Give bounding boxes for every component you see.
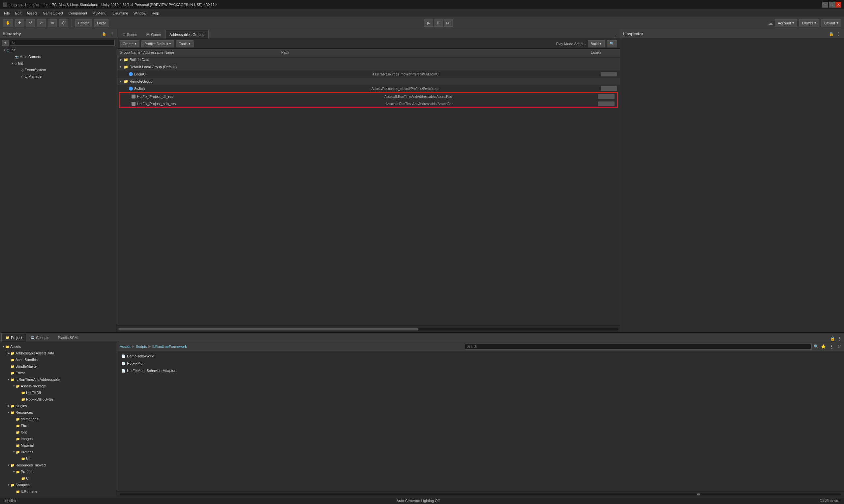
project-item-animations[interactable]: 📁 animations <box>0 416 117 422</box>
hierarchy-item-main-camera[interactable]: 📷 Main Camera <box>0 53 117 60</box>
hierarchy-item-uimanager[interactable]: ◇ UIManager <box>0 73 117 80</box>
account-dropdown[interactable]: Account ▾ <box>775 19 797 27</box>
project-item-plugins[interactable]: ▶ 📁 plugins <box>0 402 117 409</box>
transform-tool-button[interactable]: ⬡ <box>59 19 68 27</box>
project-item-addressable[interactable]: ▶ 📁 AddressableAssetsData <box>0 350 117 356</box>
menu-edit[interactable]: Edit <box>13 9 24 17</box>
tab-project[interactable]: 📁 Project <box>1 333 27 342</box>
project-item-rm-prefabs-ui[interactable]: 📁 UI <box>0 475 117 482</box>
breadcrumb-assets[interactable]: Assets <box>120 345 131 348</box>
options-icon[interactable]: ⋮ <box>828 344 834 349</box>
bottom-panel-menu-icon[interactable]: ⋮ <box>837 336 843 342</box>
project-item-assets-package[interactable]: ▾ 📁 AssetsPackage <box>0 383 117 389</box>
project-item-hotfixdlltobytes[interactable]: 📁 HotFixDllToBytes <box>0 396 117 402</box>
step-button[interactable]: ⏭ <box>444 19 453 27</box>
addr-group-builtin[interactable]: ▶ 📁 Built In Data <box>117 56 620 63</box>
tab-console[interactable]: 💻 Console <box>27 333 53 342</box>
layers-dropdown[interactable]: Layers ▾ <box>799 19 819 27</box>
addr-build-button[interactable]: Build ▾ <box>588 40 605 48</box>
horizontal-scrollbar[interactable] <box>117 325 620 332</box>
addr-tools-button[interactable]: Tools ▾ <box>176 40 193 48</box>
project-file-demohelloworld[interactable]: 📄 DemoHelloWorld <box>120 353 841 360</box>
addr-create-button[interactable]: Create ▾ <box>120 40 139 48</box>
rect-tool-button[interactable]: ▭ <box>48 19 57 27</box>
project-item-bundlemaster[interactable]: 📁 BundleMaster <box>0 363 117 370</box>
menu-assets[interactable]: Assets <box>24 9 40 17</box>
hierarchy-menu-icon[interactable]: ⋮ <box>110 32 114 36</box>
hierarchy-lock-icon[interactable]: 🔒 <box>102 32 106 36</box>
scroll-thumb[interactable] <box>118 328 418 330</box>
scale-tool-button[interactable]: ⤢ <box>37 19 46 27</box>
project-file-hotfixmgr[interactable]: 📄 HotFixMgr <box>120 360 841 367</box>
center-button[interactable]: Center <box>75 19 92 27</box>
hierarchy-add-button[interactable]: + <box>2 40 8 46</box>
project-item-label: ILRunTimeAndAddressable <box>16 378 60 381</box>
project-item-assets[interactable]: ▾ 📁 Assets <box>0 343 117 350</box>
star-icon[interactable]: ⭐ <box>821 344 827 349</box>
project-item-hotfixdll[interactable]: 📁 HotFixDll <box>0 389 117 396</box>
breadcrumb-ilruntimefw[interactable]: ILRuntimeFramework <box>152 345 187 348</box>
inspector-lock-icon[interactable]: 🔒 <box>828 31 834 37</box>
hierarchy-item-eventsystem[interactable]: ◇ EventSystem <box>0 67 117 73</box>
addr-profile-button[interactable]: Profile: Default ▾ <box>141 40 174 48</box>
inspector-menu-icon[interactable]: ⋮ <box>836 31 841 37</box>
size-slider-track[interactable] <box>120 493 841 496</box>
minimize-button[interactable]: ─ <box>822 2 828 7</box>
addr-item-hotfix-dll[interactable]: HotFix_Project_dll_res Assets/ILRunTimeA… <box>120 93 617 100</box>
hierarchy-item-init-obj[interactable]: ▾ ◇ Init <box>0 60 117 67</box>
project-item-resources-moved[interactable]: ▾ 📁 Resources_moved <box>0 462 117 468</box>
menu-file[interactable]: File <box>1 9 13 17</box>
hand-tool-button[interactable]: ✋ <box>3 19 13 27</box>
breadcrumb-scripts[interactable]: Scripts <box>136 345 147 348</box>
project-item-resources[interactable]: ▾ 📁 Resources <box>0 409 117 416</box>
scroll-track[interactable] <box>118 328 619 330</box>
project-item-samples-ilruntime[interactable]: 📁 ILRuntime <box>0 488 117 495</box>
hierarchy-toolbar: + <box>0 39 117 47</box>
menu-help[interactable]: Help <box>149 9 162 17</box>
project-item-assetbundles[interactable]: 📁 AssetBundles <box>0 356 117 363</box>
menu-mymenu[interactable]: MyMenu <box>90 9 109 17</box>
addr-search-button[interactable]: 🔍 <box>607 40 617 48</box>
menu-gameobject[interactable]: GameObject <box>40 9 66 17</box>
addr-group-default-local[interactable]: ▾ 📁 Default Local Group (Default) <box>117 63 620 71</box>
layout-dropdown[interactable]: Layout ▾ <box>821 19 841 27</box>
folder-icon: 📁 <box>11 358 15 362</box>
menu-ilruntime[interactable]: ILRuntime <box>109 9 131 17</box>
project-item-font[interactable]: 📁 font <box>0 429 117 435</box>
tab-options-icon[interactable]: ⋮ <box>611 34 619 38</box>
hierarchy-search-input[interactable] <box>10 40 115 46</box>
addr-item-switch[interactable]: Switch Assets/Resources_moved/Prefabs/Sw… <box>117 85 620 92</box>
size-slider-thumb[interactable] <box>697 493 700 496</box>
tab-plastic-scm[interactable]: Plastic SCM <box>54 333 82 342</box>
translate-tool-button[interactable]: ✚ <box>15 19 24 27</box>
project-item-rm-prefabs[interactable]: ▾ 📁 Prefabs <box>0 468 117 475</box>
project-item-images[interactable]: 📁 Images <box>0 435 117 442</box>
project-item-prefabs[interactable]: ▾ 📁 Prefabs <box>0 449 117 455</box>
addr-item-loginui[interactable]: LoginUI Assets/Resources_moved/Prefabs/U… <box>117 71 620 78</box>
local-button[interactable]: Local <box>94 19 108 27</box>
project-item-samples[interactable]: ▾ 📁 Samples <box>0 482 117 488</box>
project-item-material[interactable]: 📁 Material <box>0 442 117 449</box>
project-item-fbx[interactable]: 📁 Fbx <box>0 422 117 429</box>
project-file-hotfixmono[interactable]: 📄 HotFixMonoBehaviourAdapter <box>120 367 841 374</box>
project-item-prefabs-ui[interactable]: 📁 UI <box>0 455 117 462</box>
bottom-panel-lock-icon[interactable]: 🔒 <box>829 336 836 342</box>
project-slider-bar <box>117 491 844 497</box>
maximize-button[interactable]: □ <box>829 2 835 7</box>
hierarchy-item-init-scene[interactable]: ▾ ⬡ Init <box>0 47 117 53</box>
tab-game[interactable]: 🎮 Game <box>141 30 165 38</box>
menu-window[interactable]: Window <box>131 9 149 17</box>
tab-addressables[interactable]: Addressables Groups <box>165 30 209 38</box>
tab-scene[interactable]: ⬡ Scene <box>118 30 141 38</box>
pause-button[interactable]: ⏸ <box>434 19 443 27</box>
addr-item-hotfix-pdb[interactable]: HotFix_Project_pdb_res Assets/ILRunTimeA… <box>120 100 617 107</box>
project-search-input[interactable] <box>465 344 811 349</box>
rotate-tool-button[interactable]: ↺ <box>26 19 35 27</box>
project-item-ilruntime-addressable[interactable]: ▾ 📁 ILRunTimeAndAddressable <box>0 376 117 383</box>
project-item-editor[interactable]: 📁 Editor <box>0 370 117 376</box>
menu-component[interactable]: Component <box>66 9 90 17</box>
addr-group-remote[interactable]: ▾ 📁 RemoteGroup <box>117 78 620 85</box>
play-button[interactable]: ▶ <box>424 19 433 27</box>
title-bar-controls[interactable]: ─ □ ✕ <box>822 2 841 7</box>
close-button[interactable]: ✕ <box>836 2 841 7</box>
